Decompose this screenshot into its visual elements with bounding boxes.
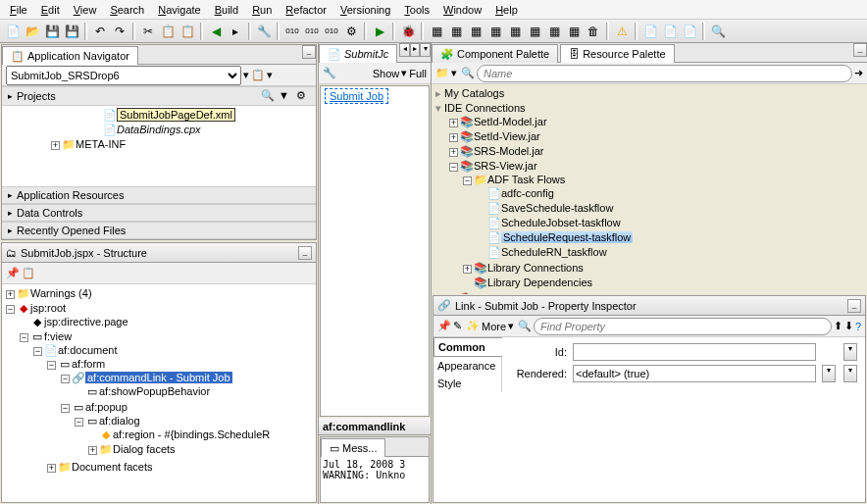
id-field[interactable] bbox=[573, 343, 816, 361]
resource-palette-tab[interactable]: 🗄 Resource Palette bbox=[560, 44, 674, 63]
tree-afdocument[interactable]: −📄af:document −▭af:form −🔗af:commandLink… bbox=[33, 343, 314, 476]
inspector-edit-icon[interactable]: ✎ bbox=[453, 320, 462, 332]
structure-minimize[interactable]: _ bbox=[298, 246, 312, 260]
copy-icon[interactable]: 📋 bbox=[159, 23, 177, 40]
inspector-help-icon[interactable]: ? bbox=[855, 321, 861, 332]
db6-icon[interactable]: ▦ bbox=[526, 23, 543, 40]
tree-jsproot[interactable]: −◆jsp:root ◆jsp:directive.page −▭f:view … bbox=[6, 301, 314, 478]
paste-icon[interactable]: 📋 bbox=[178, 23, 196, 40]
tree-schedulerequest[interactable]: 📄ScheduleRequest-taskflow bbox=[477, 230, 865, 245]
new-icon[interactable]: 📄 bbox=[4, 23, 22, 40]
tree-setidview[interactable]: +📚SetId-View.jar bbox=[449, 129, 865, 144]
menu-help[interactable]: Help bbox=[489, 2, 524, 17]
menu-build[interactable]: Build bbox=[209, 2, 244, 17]
acc-recentfiles[interactable]: Recently Opened Files bbox=[2, 222, 316, 239]
menu-navigate[interactable]: Navigate bbox=[152, 2, 206, 17]
tree-saveschedule[interactable]: 📄SaveSchedule-taskflow bbox=[477, 201, 865, 216]
editor-nav-left[interactable]: ◂ bbox=[399, 43, 410, 57]
tree-popupbehavior[interactable]: ▭af:showPopupBehavior bbox=[75, 384, 314, 399]
menu-view[interactable]: View bbox=[68, 2, 103, 17]
back-icon[interactable]: ◀ bbox=[207, 23, 225, 40]
file-databindings[interactable]: 📄DataBindings.cpx bbox=[92, 123, 314, 137]
ext1-icon[interactable]: 📄 bbox=[641, 23, 659, 40]
projects-header[interactable]: Projects 🔍 ▼ ⚙ bbox=[2, 86, 316, 106]
palette-search[interactable] bbox=[477, 65, 852, 82]
tree-afform[interactable]: −▭af:form −🔗af:commandLink - Submit Job … bbox=[47, 357, 314, 460]
redo-icon[interactable]: ↷ bbox=[111, 23, 128, 40]
appnav-minimize[interactable]: _ bbox=[302, 45, 316, 59]
menu-edit[interactable]: Edit bbox=[35, 2, 66, 17]
db7-icon[interactable]: ▦ bbox=[545, 23, 563, 40]
editor-tab[interactable]: 📄 SubmitJc bbox=[319, 44, 397, 63]
project-config-icon[interactable]: 📋 bbox=[251, 69, 265, 81]
run-icon[interactable]: ▶ bbox=[371, 23, 388, 40]
tree-afregion[interactable]: ◆af:region - #{bindings.ScheduleR bbox=[88, 428, 314, 442]
tree-afpopup[interactable]: −▭af:popup −▭af:dialog ◆af:region - #{bi… bbox=[61, 400, 314, 459]
rendered-menu-icon[interactable]: ▾ bbox=[843, 365, 857, 382]
pin-icon[interactable]: 📌 bbox=[6, 267, 20, 279]
proj-tool2-icon[interactable]: ▼ bbox=[279, 89, 292, 103]
tree-taxmodel[interactable]: +📚Taxonomy-Model.jar bbox=[449, 291, 865, 294]
ext3-icon[interactable]: 📄 bbox=[681, 23, 698, 40]
trash-icon[interactable]: 🗑 bbox=[585, 23, 602, 40]
inspector-wand-icon[interactable]: ✨ bbox=[466, 320, 480, 332]
menu-run[interactable]: Run bbox=[246, 2, 278, 17]
tree-schedulejobset[interactable]: 📄ScheduleJobset-taskflow bbox=[477, 216, 865, 230]
tree-dialogfacets[interactable]: +📁Dialog facets bbox=[88, 442, 314, 457]
acc-appresources[interactable]: Application Resources bbox=[2, 186, 316, 204]
tree-afdialog[interactable]: −▭af:dialog ◆af:region - #{bindings.Sche… bbox=[75, 414, 314, 458]
tree-directive[interactable]: ◆jsp:directive.page bbox=[20, 315, 314, 329]
more-dropdown-icon[interactable]: ▾ bbox=[508, 320, 514, 332]
tab-appearance[interactable]: Appearance bbox=[434, 357, 502, 375]
menu-versioning[interactable]: Versioning bbox=[334, 2, 396, 17]
binary3-icon[interactable]: 010 bbox=[323, 23, 340, 40]
editor-breadcrumb[interactable]: af:commandlink bbox=[319, 418, 431, 435]
rendered-dropdown-icon[interactable]: ▾ bbox=[822, 365, 836, 382]
gear-icon[interactable]: ⚙ bbox=[342, 23, 360, 40]
menu-refactor[interactable]: Refactor bbox=[280, 2, 332, 17]
ext2-icon[interactable]: 📄 bbox=[661, 23, 679, 40]
tree-adftaskflows[interactable]: −📁ADF Task Flows 📄adfc-config 📄SaveSched… bbox=[463, 173, 865, 261]
struct-tool-icon[interactable]: 📋 bbox=[22, 267, 35, 279]
menu-window[interactable]: Window bbox=[437, 2, 487, 17]
binary-icon[interactable]: 010 bbox=[283, 23, 301, 40]
tree-libconn[interactable]: +📚Library Connections bbox=[463, 261, 865, 276]
tree-adfcconfig[interactable]: 📄adfc-config bbox=[477, 186, 865, 201]
design-canvas[interactable]: Submit Job bbox=[320, 85, 430, 417]
project-dropdown-icon[interactable]: ▾ bbox=[243, 69, 249, 81]
inspector-minimize[interactable]: _ bbox=[847, 299, 861, 313]
db5-icon[interactable]: ▦ bbox=[506, 23, 524, 40]
expand-icon[interactable]: + bbox=[51, 141, 60, 150]
editor-nav-right[interactable]: ▸ bbox=[410, 43, 421, 57]
db2-icon[interactable]: ▦ bbox=[447, 23, 465, 40]
id-menu-icon[interactable]: ▾ bbox=[843, 343, 857, 361]
inspector-pin-icon[interactable]: 📌 bbox=[437, 320, 451, 332]
inspector-search[interactable] bbox=[534, 318, 832, 335]
tree-libdep[interactable]: 📚Library Dependencies bbox=[463, 276, 865, 290]
tree-ideconnections[interactable]: ▾ IDE Connections +📚SetId-Model.jar +📚Se… bbox=[435, 101, 865, 294]
db8-icon[interactable]: ▦ bbox=[565, 23, 583, 40]
file-pagedef[interactable]: 📄SubmitJobPageDef.xml bbox=[92, 108, 314, 123]
cut-icon[interactable]: ✂ bbox=[139, 23, 157, 40]
db1-icon[interactable]: ▦ bbox=[428, 23, 445, 40]
tree-fview[interactable]: −▭f:view −📄af:document −▭af:form −🔗af:co… bbox=[20, 329, 314, 477]
editor-tool-icon[interactable]: 🔧 bbox=[323, 67, 336, 79]
find-icon[interactable]: 🔍 bbox=[709, 23, 727, 40]
tree-mycatalogs[interactable]: ▸ My Catalogs bbox=[435, 86, 865, 101]
search-go-icon[interactable]: ➜ bbox=[854, 67, 863, 79]
show-dropdown-icon[interactable]: ▾ bbox=[401, 67, 407, 79]
tree-schedulern[interactable]: 📄ScheduleRN_taskflow bbox=[477, 245, 865, 260]
binary2-icon[interactable]: 010 bbox=[303, 23, 321, 40]
rendered-field[interactable] bbox=[573, 365, 816, 382]
palette-dropdown-icon[interactable]: ▾ bbox=[451, 67, 457, 79]
menu-file[interactable]: File bbox=[4, 2, 33, 17]
db3-icon[interactable]: ▦ bbox=[467, 23, 484, 40]
menu-tools[interactable]: Tools bbox=[398, 2, 435, 17]
tree-srsview[interactable]: −📚SRS-View.jar −📁ADF Task Flows 📄adfc-co… bbox=[449, 159, 865, 291]
warning-icon[interactable]: ⚠ bbox=[613, 23, 631, 40]
canvas-commandlink[interactable]: Submit Job bbox=[325, 88, 388, 104]
proj-tool3-icon[interactable]: ⚙ bbox=[296, 89, 310, 103]
tree-srsmodel[interactable]: +📚SRS-Model.jar bbox=[449, 144, 865, 159]
project-menu-icon[interactable]: ▾ bbox=[267, 69, 273, 81]
full-label[interactable]: Full bbox=[409, 68, 427, 79]
